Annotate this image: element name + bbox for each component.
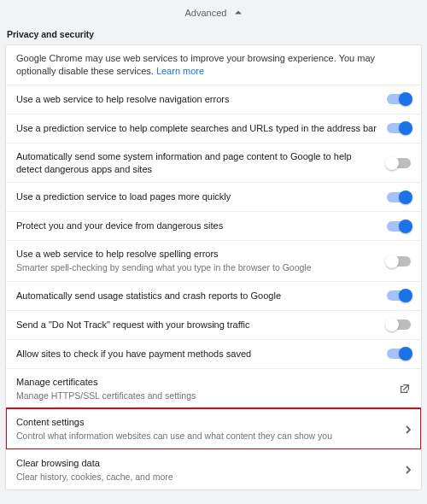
toggle-row[interactable]: Use a prediction service to help complet… [6, 114, 421, 143]
chevron-right-icon [406, 466, 411, 474]
toggle-switch[interactable] [387, 221, 411, 231]
toggle-row[interactable]: Use a web service to help resolve naviga… [6, 85, 421, 114]
toggle-switch[interactable] [387, 192, 411, 202]
advanced-label: Advanced [185, 8, 227, 18]
link-row-clear-browsing-data[interactable]: Clear browsing dataClear history, cookie… [6, 449, 421, 489]
learn-more-link[interactable]: Learn more [156, 66, 204, 76]
toggle-switch[interactable] [387, 349, 411, 359]
toggle-title: Use a web service to help resolve spelli… [16, 248, 377, 261]
link-row-manage-certificates[interactable]: Manage certificatesManage HTTPS/SSL cert… [6, 368, 421, 408]
link-subtitle: Manage HTTPS/SSL certificates and settin… [16, 390, 389, 402]
toggle-title: Automatically send some system informati… [16, 150, 377, 176]
toggle-row[interactable]: Use a web service to help resolve spelli… [6, 240, 421, 280]
toggle-title: Send a "Do Not Track" request with your … [16, 319, 377, 331]
link-subtitle: Clear history, cookies, cache, and more [16, 472, 395, 483]
chevron-up-icon [235, 8, 242, 18]
toggle-row[interactable]: Automatically send some system informati… [6, 143, 421, 183]
section-title: Privacy and security [0, 26, 427, 44]
toggle-switch[interactable] [387, 158, 411, 168]
toggle-row[interactable]: Allow sites to check if you have payment… [6, 339, 421, 368]
toggle-switch[interactable] [387, 123, 411, 133]
link-title: Clear browsing data [16, 457, 395, 470]
link-subtitle: Control what information websites can us… [16, 431, 395, 442]
link-title: Content settings [16, 416, 395, 429]
toggle-switch[interactable] [387, 94, 411, 104]
toggle-title: Use a web service to help resolve naviga… [16, 93, 377, 106]
chevron-right-icon [406, 425, 411, 434]
link-title: Manage certificates [16, 376, 389, 389]
toggle-title: Protect you and your device from dangero… [16, 220, 377, 232]
toggle-switch[interactable] [387, 319, 411, 330]
toggle-switch[interactable] [387, 290, 411, 301]
privacy-card: Google Chrome may use web services to im… [5, 44, 422, 490]
toggle-row[interactable]: Use a prediction service to load pages m… [6, 182, 421, 211]
toggle-row[interactable]: Protect you and your device from dangero… [6, 211, 421, 240]
svg-marker-0 [235, 11, 242, 15]
link-row-content-settings[interactable]: Content settingsControl what information… [6, 408, 421, 448]
toggle-subtitle: Smarter spell-checking by sending what y… [16, 262, 377, 274]
toggle-title: Allow sites to check if you have payment… [16, 348, 377, 360]
intro-text: Google Chrome may use web services to im… [6, 45, 421, 85]
toggle-row[interactable]: Automatically send usage statistics and … [6, 281, 421, 310]
advanced-header[interactable]: Advanced [0, 0, 427, 26]
toggle-title: Use a prediction service to load pages m… [16, 190, 377, 203]
toggle-title: Automatically send usage statistics and … [16, 290, 377, 302]
toggle-title: Use a prediction service to help complet… [16, 122, 377, 135]
toggle-switch[interactable] [387, 256, 411, 267]
external-link-icon [399, 383, 411, 395]
toggle-row[interactable]: Send a "Do Not Track" request with your … [6, 310, 421, 339]
